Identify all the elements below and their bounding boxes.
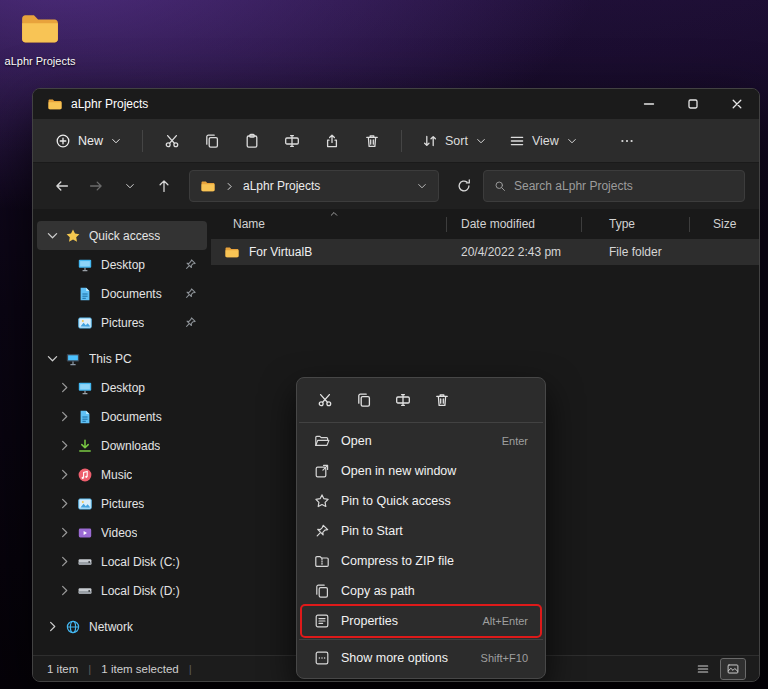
sidebar-item-local-disk-d[interactable]: Local Disk (D:) [37, 576, 207, 605]
delete-button[interactable] [353, 125, 391, 157]
chevron-down-icon[interactable] [416, 180, 428, 192]
copy-button[interactable] [355, 392, 373, 410]
chevron-right-icon[interactable] [57, 438, 72, 453]
sidebar-item-label: Local Disk (D:) [101, 584, 180, 598]
refresh-button[interactable] [449, 172, 479, 200]
sort-button-label: Sort [445, 134, 468, 148]
column-header-date-modified[interactable]: Date modified [449, 217, 597, 231]
menu-item-copy-as-path[interactable]: Copy as path [302, 576, 540, 606]
column-divider[interactable] [446, 217, 447, 232]
column-header-size[interactable]: Size [701, 217, 759, 231]
chevron-right-icon[interactable] [57, 380, 72, 395]
sidebar-item-label: Documents [101, 410, 162, 424]
minimize-button[interactable] [627, 89, 671, 119]
details-view-icon [696, 662, 710, 676]
thumbnail-view-button[interactable] [721, 659, 745, 679]
sidebar-item-videos[interactable]: Videos [37, 518, 207, 547]
rename-button[interactable] [394, 392, 412, 410]
forward-button[interactable] [81, 172, 111, 200]
menu-item-label: Open [341, 434, 372, 448]
file-row[interactable]: For VirtualB 20/4/2022 2:43 pm File fold… [211, 239, 759, 265]
delete-button[interactable] [433, 392, 451, 410]
music-icon [77, 467, 93, 483]
arrow-left-icon [54, 178, 70, 194]
sidebar-item-quick-access[interactable]: Quick access [37, 221, 207, 250]
sidebar-item-pc-documents[interactable]: Documents [37, 402, 207, 431]
sidebar-item-music[interactable]: Music [37, 460, 207, 489]
view-button[interactable]: View [499, 125, 588, 157]
menu-item-label: Properties [341, 614, 398, 628]
menu-item-pin-to-start[interactable]: Pin to Start [302, 516, 540, 546]
sidebar-item-pictures[interactable]: Pictures [37, 308, 207, 337]
sidebar-item-documents[interactable]: Documents [37, 279, 207, 308]
plus-circle-icon [55, 133, 71, 149]
recent-locations-button[interactable] [115, 172, 145, 200]
sidebar-item-local-disk-c[interactable]: Local Disk (C:) [37, 547, 207, 576]
desktop-shortcut[interactable]: aLphr Projects [4, 6, 76, 68]
file-type: File folder [609, 245, 713, 259]
trash-icon [434, 392, 450, 408]
menu-item-shortcut: Alt+Enter [482, 615, 528, 627]
menu-item-pin-to-quick-access[interactable]: Pin to Quick access [302, 486, 540, 516]
title-bar[interactable]: aLphr Projects [33, 89, 759, 119]
sidebar-item-downloads[interactable]: Downloads [37, 431, 207, 460]
cut-button[interactable] [316, 392, 334, 410]
chevron-right-icon[interactable] [57, 409, 72, 424]
command-bar: New Sort View [33, 119, 759, 163]
show-more-icon [314, 650, 330, 666]
new-button[interactable]: New [45, 125, 132, 157]
column-header-name[interactable]: Name [211, 217, 449, 231]
sidebar-item-network[interactable]: Network [37, 612, 207, 641]
pin-icon [184, 287, 197, 300]
details-view-button[interactable] [691, 659, 715, 679]
share-button[interactable] [313, 125, 351, 157]
back-button[interactable] [47, 172, 77, 200]
chevron-right-icon[interactable] [57, 525, 72, 540]
sidebar-item-label: Quick access [89, 229, 160, 243]
sidebar-item-label: Desktop [101, 381, 145, 395]
search-input[interactable] [514, 179, 734, 193]
zip-folder-icon [314, 553, 330, 569]
sort-button[interactable]: Sort [412, 125, 497, 157]
search-box[interactable] [483, 170, 745, 202]
sidebar-item-desktop[interactable]: Desktop [37, 250, 207, 279]
open-folder-icon [314, 433, 330, 449]
address-breadcrumb[interactable]: aLphr Projects [189, 170, 439, 202]
download-icon [77, 438, 93, 454]
sidebar-item-label: Pictures [101, 497, 144, 511]
column-divider[interactable] [689, 217, 690, 232]
breadcrumb-location[interactable]: aLphr Projects [243, 179, 320, 193]
column-divider[interactable] [581, 217, 582, 232]
menu-item-compress-to-zip[interactable]: Compress to ZIP file [302, 546, 540, 576]
column-header-type[interactable]: Type [597, 217, 701, 231]
menu-item-open[interactable]: Open Enter [302, 426, 540, 456]
cut-button[interactable] [153, 125, 191, 157]
paste-button[interactable] [233, 125, 271, 157]
menu-divider [299, 422, 543, 423]
window-title: aLphr Projects [71, 97, 148, 111]
sidebar-item-pc-pictures[interactable]: Pictures [37, 489, 207, 518]
up-button[interactable] [149, 172, 179, 200]
more-options-button[interactable] [608, 125, 646, 157]
menu-item-open-in-new-window[interactable]: Open in new window [302, 456, 540, 486]
sidebar-item-this-pc[interactable]: This PC [37, 344, 207, 373]
rename-icon [395, 392, 411, 408]
chevron-right-icon[interactable] [45, 619, 60, 634]
rename-button[interactable] [273, 125, 311, 157]
arrow-up-icon [156, 178, 172, 194]
chevron-right-icon[interactable] [57, 496, 72, 511]
chevron-right-icon[interactable] [57, 554, 72, 569]
refresh-icon [456, 178, 472, 194]
menu-item-properties[interactable]: Properties Alt+Enter [302, 606, 540, 636]
picture-icon [77, 496, 93, 512]
chevron-right-icon[interactable] [57, 583, 72, 598]
menu-item-show-more-options[interactable]: Show more options Shift+F10 [302, 643, 540, 673]
sidebar-item-pc-desktop[interactable]: Desktop [37, 373, 207, 402]
chevron-down-icon[interactable] [45, 351, 60, 366]
menu-item-label: Open in new window [341, 464, 456, 478]
chevron-right-icon[interactable] [57, 467, 72, 482]
maximize-button[interactable] [671, 89, 715, 119]
chevron-down-icon[interactable] [45, 228, 60, 243]
copy-button[interactable] [193, 125, 231, 157]
close-button[interactable] [715, 89, 759, 119]
